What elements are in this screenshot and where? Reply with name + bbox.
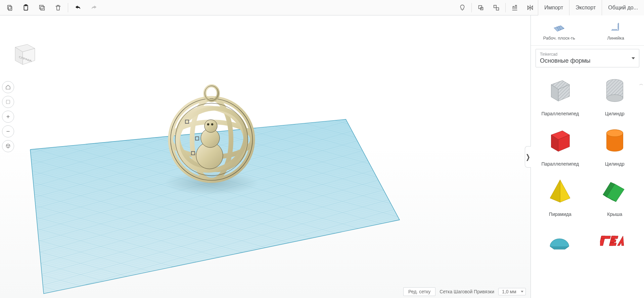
svg-marker-57 xyxy=(560,180,570,202)
side-panel: ❭ Рабоч. плоск-ть Линейка Tinkercad Осно… xyxy=(531,15,644,298)
ungroup-icon[interactable] xyxy=(489,0,504,15)
shape-name: Параллелепипед xyxy=(541,161,579,167)
shapes-scroll[interactable]: Параллелепипед Цилиндр Параллелепипед Ци… xyxy=(531,71,644,298)
svg-rect-9 xyxy=(496,8,499,10)
shape-category-dropdown[interactable]: Tinkercad Основные формы xyxy=(536,49,639,67)
snap-value-dropdown[interactable]: 1,0 мм xyxy=(498,288,526,295)
svg-rect-8 xyxy=(494,5,496,7)
edit-grid-button[interactable]: Ред. сетку xyxy=(403,287,435,296)
undo-icon[interactable] xyxy=(70,0,86,15)
shape-name: Цилиндр xyxy=(605,111,625,116)
svg-rect-66 xyxy=(610,240,616,242)
copy-icon[interactable] xyxy=(2,0,17,15)
delete-icon[interactable] xyxy=(50,0,66,15)
import-button[interactable]: Импорт xyxy=(538,0,569,15)
paste-icon[interactable] xyxy=(18,0,34,15)
svg-point-31 xyxy=(207,123,209,125)
workplane-tool[interactable]: Рабоч. плоск-ть xyxy=(531,15,588,45)
shape-card-cyl-hole[interactable]: Цилиндр xyxy=(589,73,641,116)
svg-rect-65 xyxy=(611,236,618,239)
svg-rect-1 xyxy=(8,5,11,9)
svg-point-18 xyxy=(165,171,259,195)
svg-point-30 xyxy=(204,120,217,132)
ruler-label: Линейка xyxy=(607,36,624,41)
shape-card-box-hole[interactable]: Параллелепипед xyxy=(534,73,586,116)
shape-card-text[interactable] xyxy=(589,224,641,262)
shape-name: Крыша xyxy=(607,212,622,217)
workplane-label: Рабоч. плоск-ть xyxy=(543,36,575,41)
svg-rect-63 xyxy=(601,236,610,239)
shape-card-pyramid[interactable]: Пирамида xyxy=(534,173,586,217)
redo-icon[interactable] xyxy=(86,0,102,15)
shape-card-halfcyl[interactable] xyxy=(534,224,586,262)
scroll-up-caret[interactable]: ︿ xyxy=(639,81,643,87)
svg-rect-5 xyxy=(41,6,44,10)
duplicate-icon[interactable] xyxy=(34,0,50,15)
category-title: Основные формы xyxy=(540,57,635,64)
shape-name: Пирамида xyxy=(549,212,571,217)
svg-marker-68 xyxy=(617,236,626,246)
top-toolbar: Импорт Экспорт Общий до... xyxy=(0,0,644,15)
viewport[interactable]: СПРАВА xyxy=(0,15,531,298)
shape-name: Параллелепипед xyxy=(541,111,579,116)
svg-rect-4 xyxy=(40,5,43,9)
snap-label: Сетка Шаговой Привязки xyxy=(440,289,494,294)
share-button[interactable]: Общий до... xyxy=(602,0,644,15)
panel-collapse-handle[interactable]: ❭ xyxy=(525,146,531,168)
shape-card-cyl-orange[interactable]: Цилиндр xyxy=(589,123,641,167)
svg-point-51 xyxy=(606,95,623,102)
svg-rect-67 xyxy=(609,243,616,246)
shape-name: Цилиндр xyxy=(605,161,625,167)
bulb-icon[interactable] xyxy=(455,0,470,15)
svg-point-32 xyxy=(211,123,213,125)
svg-rect-6 xyxy=(479,5,482,8)
shape-card-box-red[interactable]: Параллелепипед xyxy=(534,123,586,167)
group-icon[interactable] xyxy=(473,0,489,15)
svg-marker-58 xyxy=(550,180,560,202)
category-sub: Tinkercad xyxy=(540,52,635,57)
align-icon[interactable] xyxy=(507,0,522,15)
svg-rect-0 xyxy=(8,6,12,10)
mirror-icon[interactable] xyxy=(522,0,538,15)
shape-card-roof[interactable]: Крыша xyxy=(589,173,641,217)
workplane xyxy=(0,15,531,298)
ruler-tool[interactable]: Линейка xyxy=(588,15,644,45)
svg-point-56 xyxy=(606,130,623,137)
export-button[interactable]: Экспорт xyxy=(569,0,602,15)
